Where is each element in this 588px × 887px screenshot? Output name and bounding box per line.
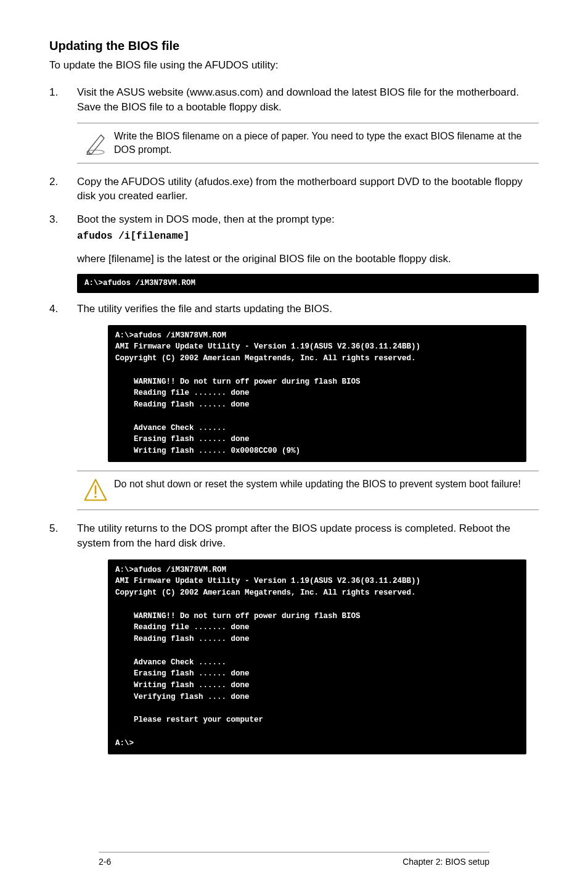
step-body: The utility verifies the file and starts… xyxy=(77,302,539,316)
warning-icon xyxy=(77,477,114,503)
step-number: 4. xyxy=(49,302,77,316)
section-heading: Updating the BIOS file xyxy=(49,37,539,54)
step-body: Boot the system in DOS mode, then at the… xyxy=(77,212,539,243)
terminal-output-2: A:\>afudos /iM3N78VM.ROM AMI Firmware Up… xyxy=(108,325,526,462)
page-footer: 2-6 Chapter 2: BIOS setup xyxy=(99,852,489,868)
step-3-note: where [filename] is the latest or the or… xyxy=(77,252,539,266)
intro-text: To update the BIOS file using the AFUDOS… xyxy=(49,58,539,73)
svg-point-2 xyxy=(94,496,97,498)
warning-note: Do not shut down or reset the system whi… xyxy=(77,471,539,510)
step-number: 2. xyxy=(49,175,77,204)
note-text: Write the BIOS filename on a piece of pa… xyxy=(114,130,539,156)
step-body: The utility returns to the DOS prompt af… xyxy=(77,521,539,551)
step-4: 4. The utility verifies the file and sta… xyxy=(49,302,539,316)
step-5: 5. The utility returns to the DOS prompt… xyxy=(49,521,539,551)
pencil-icon xyxy=(77,130,114,155)
step-2: 2. Copy the AFUDOS utility (afudos.exe) … xyxy=(49,175,539,204)
terminal-output-3: A:\>afudos /iM3N78VM.ROM AMI Firmware Up… xyxy=(108,559,526,754)
step-body: Copy the AFUDOS utility (afudos.exe) fro… xyxy=(77,175,539,204)
warning-text: Do not shut down or reset the system whi… xyxy=(114,477,539,491)
step-1: 1. Visit the ASUS website (www.asus.com)… xyxy=(49,85,539,115)
step-number: 1. xyxy=(49,85,77,115)
step-number: 3. xyxy=(49,212,77,243)
step-3: 3. Boot the system in DOS mode, then at … xyxy=(49,212,539,243)
command-code: afudos /i[filename] xyxy=(77,229,539,243)
terminal-output-1: A:\>afudos /iM3N78VM.ROM xyxy=(77,274,539,293)
info-note: Write the BIOS filename on a piece of pa… xyxy=(77,123,539,163)
page-number: 2-6 xyxy=(99,856,111,868)
step-number: 5. xyxy=(49,521,77,551)
step-body: Visit the ASUS website (www.asus.com) an… xyxy=(77,85,539,115)
step-text: Boot the system in DOS mode, then at the… xyxy=(77,213,335,225)
chapter-title: Chapter 2: BIOS setup xyxy=(402,856,489,868)
